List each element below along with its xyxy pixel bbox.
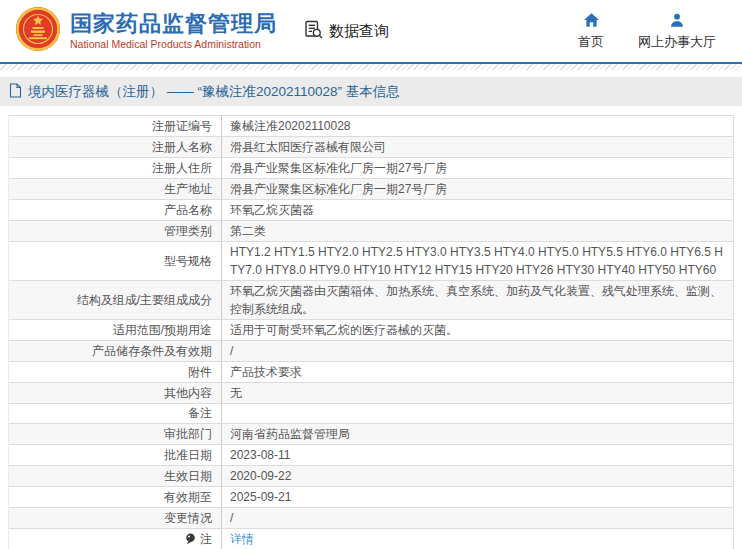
row-label: 结构及组成/主要组成成分	[77, 292, 212, 309]
row-label: 适用范围/预期用途	[113, 322, 212, 339]
row-value: /	[221, 341, 733, 361]
row-label: 型号规格	[164, 253, 212, 270]
hatch-band	[0, 64, 742, 70]
table-row: 批准日期 2023-08-11	[9, 445, 733, 466]
row-value: 2025-09-21	[221, 487, 733, 507]
user-icon	[669, 12, 685, 31]
home-icon	[583, 12, 600, 31]
table-row: 产品名称 环氧乙烷灭菌器	[9, 200, 733, 221]
table-row: 注 详情	[9, 529, 733, 549]
site-header: 国家药品监督管理局 National Medical Products Admi…	[0, 0, 742, 62]
row-value: 滑县产业聚集区标准化厂房一期27号厂房	[221, 158, 733, 178]
nav-item-service-hall[interactable]: 网上办事大厅	[638, 12, 716, 51]
row-label: 备注	[188, 405, 212, 422]
info-table: 注册证编号 豫械注准20202110028 注册人名称 滑县红太阳医疗器械有限公…	[8, 115, 734, 549]
row-value: 滑县红太阳医疗器械有限公司	[221, 137, 733, 157]
row-value: 环氧乙烷灭菌器	[221, 200, 733, 220]
document-icon	[9, 83, 22, 101]
row-value: 河南省药品监督管理局	[221, 424, 733, 444]
table-row: 有效期至 2025-09-21	[9, 487, 733, 508]
row-value: /	[221, 508, 733, 528]
table-row: 审批部门 河南省药品监督管理局	[9, 424, 733, 445]
note-icon	[185, 533, 196, 545]
row-label: 其他内容	[164, 385, 212, 402]
row-value: 详情	[221, 529, 733, 549]
site-logo[interactable]: 国家药品监督管理局 National Medical Products Admi…	[15, 6, 277, 56]
row-label: 注册人住所	[152, 160, 212, 177]
row-value: 适用于可耐受环氧乙烷的医疗器械的灭菌。	[221, 320, 733, 340]
row-label: 产品储存条件及有效期	[92, 343, 212, 360]
breadcrumb-label: 境内医疗器械（注册） —— “豫械注准20202110028” 基本信息	[28, 83, 400, 101]
table-row: 适用范围/预期用途 适用于可耐受环氧乙烷的医疗器械的灭菌。	[9, 320, 733, 341]
table-row: 注册人名称 滑县红太阳医疗器械有限公司	[9, 137, 733, 158]
table-row: 生产地址 滑县产业聚集区标准化厂房一期27号厂房	[9, 179, 733, 200]
row-label: 生产地址	[164, 181, 212, 198]
org-title: 国家药品监督管理局	[70, 11, 277, 37]
row-value: 2023-08-11	[221, 445, 733, 465]
table-row: 注册人住所 滑县产业聚集区标准化厂房一期27号厂房	[9, 158, 733, 179]
row-label: 注册人名称	[152, 139, 212, 156]
row-label: 附件	[188, 364, 212, 381]
row-label: 变更情况	[164, 510, 212, 527]
row-value: 第二类	[221, 221, 733, 241]
table-row: 管理类别 第二类	[9, 221, 733, 242]
table-row: 型号规格 HTY1.2 HTY1.5 HTY2.0 HTY2.5 HTY3.0 …	[9, 242, 733, 281]
data-query-label: 数据查询	[329, 22, 389, 41]
row-value: 滑县产业聚集区标准化厂房一期27号厂房	[221, 179, 733, 199]
nav-item-label: 网上办事大厅	[638, 33, 716, 51]
table-row: 附件 产品技术要求	[9, 362, 733, 383]
row-value: 无	[221, 383, 733, 403]
row-label: 注册证编号	[152, 118, 212, 135]
table-row: 其他内容 无	[9, 383, 733, 404]
row-label: 产品名称	[164, 202, 212, 219]
data-query-icon	[303, 19, 324, 43]
row-value: 环氧乙烷灭菌器由灭菌箱体、加热系统、真空系统、加药及气化装置、残气处理系统、监测…	[221, 281, 733, 319]
table-row: 生效日期 2020-09-22	[9, 466, 733, 487]
row-label: 注	[200, 531, 212, 548]
org-title-en: National Medical Products Administration	[70, 38, 277, 51]
row-value: 产品技术要求	[221, 362, 733, 382]
row-label: 批准日期	[164, 447, 212, 464]
row-value: HTY1.2 HTY1.5 HTY2.0 HTY2.5 HTY3.0 HTY3.…	[221, 242, 733, 280]
row-value: 2020-09-22	[221, 466, 733, 486]
header-nav: 首页 网上办事大厅	[578, 12, 730, 51]
row-label: 管理类别	[164, 223, 212, 240]
row-label: 生效日期	[164, 468, 212, 485]
table-row: 变更情况 /	[9, 508, 733, 529]
data-query-tab[interactable]: 数据查询	[303, 19, 389, 43]
row-label: 有效期至	[164, 489, 212, 506]
row-value: 豫械注准20202110028	[221, 116, 733, 136]
table-row: 产品储存条件及有效期 /	[9, 341, 733, 362]
national-emblem-icon	[15, 6, 61, 56]
table-row: 注册证编号 豫械注准20202110028	[9, 116, 733, 137]
table-row: 备注	[9, 404, 733, 424]
row-label: 审批部门	[164, 426, 212, 443]
nav-item-home[interactable]: 首页	[578, 12, 604, 51]
breadcrumb: 境内医疗器械（注册） —— “豫械注准20202110028” 基本信息	[0, 77, 742, 106]
row-value	[221, 404, 733, 423]
detail-link[interactable]: 详情	[230, 530, 254, 548]
table-row: 结构及组成/主要组成成分 环氧乙烷灭菌器由灭菌箱体、加热系统、真空系统、加药及气…	[9, 281, 733, 320]
nav-item-label: 首页	[578, 33, 604, 51]
